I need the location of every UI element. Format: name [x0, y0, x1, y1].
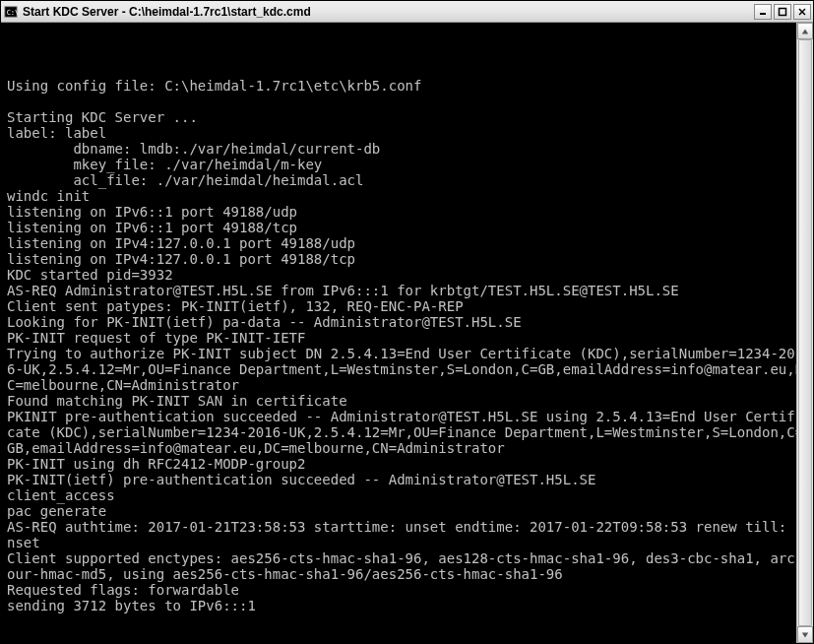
svg-text:C:\: C:\: [7, 8, 18, 16]
terminal-line: PK-INIT using dh RFC2412-MODP-group2: [7, 456, 809, 472]
close-button[interactable]: [793, 4, 811, 20]
terminal-line: [7, 94, 809, 109]
terminal-line: listening on IPv6::1 port 49188/udp: [7, 204, 809, 220]
terminal-line: Found matching PK-INIT SAN in certificat…: [7, 393, 809, 409]
window-buttons: [754, 4, 811, 20]
svg-marker-7: [802, 632, 808, 637]
svg-rect-3: [780, 8, 786, 15]
scroll-up-button[interactable]: [797, 23, 813, 39]
terminal-line: [7, 62, 809, 78]
terminal-line: acl_file: ./var/heimdal/heimdal.acl: [7, 172, 809, 188]
terminal-line: Trying to authorize PK-INIT subject DN 2…: [7, 346, 809, 393]
terminal-line: pac generate: [7, 503, 809, 519]
terminal-line: label: label: [7, 125, 809, 141]
minimize-button[interactable]: [754, 4, 772, 20]
terminal-line: Requested flags: forwardable: [7, 582, 809, 598]
terminal-line: Starting KDC Server ...: [7, 109, 809, 125]
terminal-line: listening on IPv6::1 port 49188/tcp: [7, 220, 809, 235]
terminal-line: listening on IPv4:127.0.0.1 port 49188/t…: [7, 251, 809, 267]
window-title: Start KDC Server - C:\heimdal-1.7rc1\sta…: [23, 5, 754, 19]
terminal-line: PK-INIT request of type PK-INIT-IETF: [7, 330, 809, 346]
svg-marker-6: [802, 29, 808, 33]
terminal-line: Client sent patypes: PK-INIT(ietf), 132,…: [7, 298, 809, 314]
terminal-line: dbname: lmdb:./var/heimdal/current-db: [7, 141, 809, 157]
scroll-down-button[interactable]: [797, 626, 813, 643]
terminal-line: AS-REQ authtime: 2017-01-21T23:58:53 sta…: [7, 519, 809, 550]
terminal-line: sending 3712 bytes to IPv6:::1: [7, 598, 809, 613]
terminal-line: KDC started pid=3932: [7, 267, 809, 283]
titlebar[interactable]: C:\ Start KDC Server - C:\heimdal-1.7rc1…: [1, 1, 813, 23]
terminal-line: windc init: [7, 188, 809, 204]
terminal-line: PK-INIT(ietf) pre-authentication succeed…: [7, 472, 809, 487]
terminal-line: PKINIT pre-authentication succeeded -- A…: [7, 409, 809, 456]
terminal-line: Client supported enctypes: aes256-cts-hm…: [7, 550, 809, 582]
maximize-button[interactable]: [774, 4, 791, 20]
scroll-track[interactable]: [797, 39, 813, 626]
cmd-icon: C:\: [3, 4, 19, 20]
terminal-line: AS-REQ Administrator@TEST.H5L.SE from IP…: [7, 283, 809, 298]
terminal-line: client_access: [7, 487, 809, 503]
terminal-line: listening on IPv4:127.0.0.1 port 49188/u…: [7, 235, 809, 251]
terminal-line: mkey_file: ./var/heimdal/m-key: [7, 157, 809, 172]
console-window: C:\ Start KDC Server - C:\heimdal-1.7rc1…: [0, 0, 814, 644]
terminal-line: Looking for PK-INIT(ietf) pa-data -- Adm…: [7, 314, 809, 330]
scrollbar[interactable]: [796, 23, 813, 643]
terminal-output[interactable]: Using config file: C:\heimdal-1.7rc1\etc…: [1, 23, 813, 643]
terminal-line: Using config file: C:\heimdal-1.7rc1\etc…: [7, 78, 809, 94]
scroll-thumb[interactable]: [798, 39, 812, 626]
